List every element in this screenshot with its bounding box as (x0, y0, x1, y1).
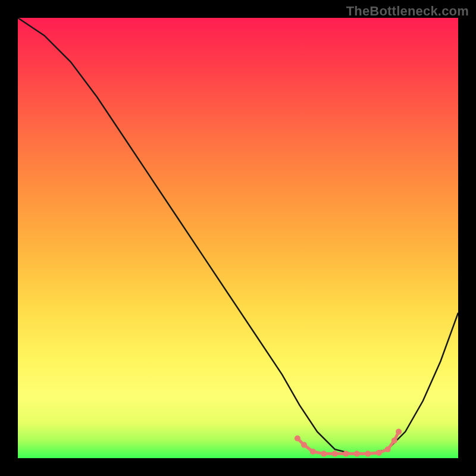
plot-area (18, 18, 458, 458)
curve-path (18, 18, 458, 454)
marker-dot (321, 451, 327, 457)
bottleneck-curve-svg (18, 18, 458, 458)
marker-dot (376, 450, 382, 456)
marker-dot (343, 451, 349, 457)
marker-dot (332, 451, 338, 457)
marker-dot (310, 449, 316, 455)
chart-frame: TheBottleneck.com (0, 0, 476, 476)
marker-dot (396, 429, 402, 435)
marker-dot (295, 436, 300, 441)
flat-marker-band (295, 429, 402, 457)
marker-dot (354, 451, 360, 457)
marker-dot (301, 442, 307, 448)
marker-dot (385, 446, 391, 452)
marker-dot (392, 437, 397, 443)
marker-dot (365, 451, 371, 457)
watermark-text: TheBottleneck.com (346, 4, 469, 19)
